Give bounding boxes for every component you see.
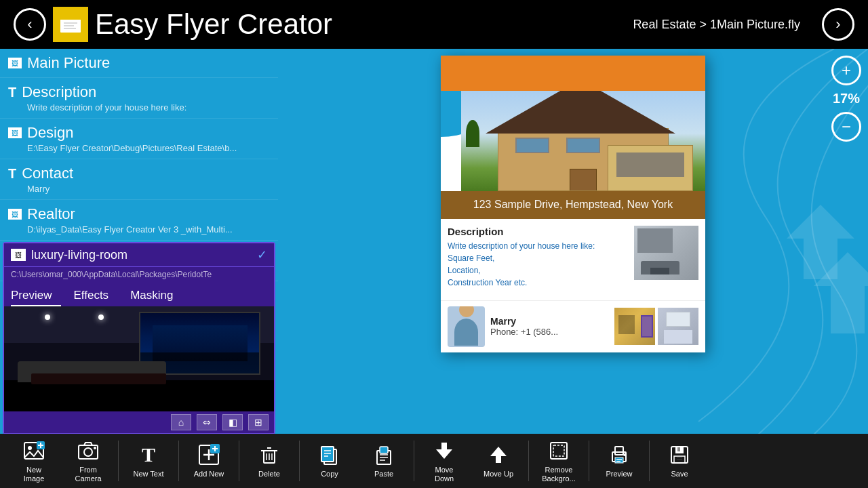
toolbar-separator-2 [178, 441, 179, 481]
image-type-icon2: 🖼 [8, 127, 22, 138]
toolbar-save-label: Save [671, 470, 688, 479]
toolbar-paste-label: Paste [374, 470, 393, 479]
picker-image-preview [4, 306, 274, 411]
picker-tabs: Preview Effects Masking [4, 282, 274, 306]
svg-point-47 [623, 453, 626, 456]
move-up-icon [486, 443, 511, 467]
save-icon [667, 443, 692, 467]
toolbar-save[interactable]: Save [652, 436, 707, 486]
remove-background-icon [547, 439, 571, 463]
room-thumb-2 [658, 308, 698, 345]
zoom-controls: + 17% − [831, 56, 861, 142]
flyer-header: Only $250,000 [441, 56, 705, 191]
toolbar-add-new[interactable]: Add New [182, 436, 236, 486]
avatar-head [459, 306, 474, 317]
app-title: Easy Flyer Creator [95, 8, 633, 41]
picker-header: 🖼 luxury-living-room ✓ [4, 243, 274, 267]
picker-tab-masking[interactable]: Masking [130, 286, 182, 306]
back-button[interactable]: ‹ [14, 8, 46, 41]
contact-avatar [448, 306, 485, 347]
toolbar-preview[interactable]: Preview [592, 436, 646, 486]
svg-marker-38 [436, 443, 452, 459]
picker-check-icon: ✓ [257, 247, 267, 262]
move-down-icon [432, 439, 456, 463]
preview-print-icon [607, 443, 631, 467]
svg-rect-44 [615, 458, 623, 463]
sidebar: 🖼 Main Picture T Description Write descr… [0, 49, 278, 434]
svg-rect-34 [380, 447, 388, 453]
flyer-description: Description Write description of your ho… [448, 226, 629, 293]
picker-tool-4[interactable]: ⊞ [248, 414, 269, 430]
toolbar-remove-background[interactable]: RemoveBackgro... [532, 436, 586, 486]
toolbar-move-down[interactable]: MoveDown [417, 436, 471, 486]
flyer-description-title: Description [448, 226, 629, 237]
sidebar-item-design[interactable]: 🖼 Design E:\Easy Flyer Creator\Debug\Pic… [0, 119, 278, 159]
svg-rect-43 [615, 447, 623, 455]
forward-button[interactable]: › [822, 8, 854, 41]
sidebar-item-main-picture[interactable]: 🖼 Main Picture [0, 49, 278, 78]
toolbar-new-text[interactable]: T New Text [121, 436, 176, 486]
toolbar-copy-label: Copy [321, 470, 338, 479]
sidebar-item-contact-subtitle: Marry [8, 184, 270, 194]
picker-image-icon: 🖼 [11, 249, 26, 261]
image-picker-panel: 🖼 luxury-living-room ✓ C:\Users\omar_000… [3, 242, 275, 434]
contact-phone: Phone: +1 (586... [490, 327, 558, 337]
toolbar-new-image-label: NewImage [24, 466, 45, 483]
new-image-icon [22, 439, 46, 463]
contact-name: Marry [490, 316, 558, 327]
svg-point-14 [84, 448, 92, 456]
header: ‹ Easy Flyer Creator Real Estate > 1Main… [0, 0, 868, 49]
breadcrumb: Real Estate > 1Main Picture.fly [633, 18, 800, 32]
living-room-scene [4, 306, 274, 411]
zoom-in-button[interactable]: + [831, 56, 861, 85]
text-type-icon: T [8, 85, 16, 100]
thumb-coffee-table [650, 268, 670, 274]
lr-rug [31, 373, 166, 384]
flyer-body: Description Write description of your ho… [441, 219, 705, 300]
toolbar-delete[interactable]: Delete [242, 436, 296, 486]
toolbar-preview-label: Preview [606, 470, 632, 479]
svg-marker-7 [787, 205, 854, 279]
toolbar-move-up[interactable]: Move Up [471, 436, 526, 486]
text-type-icon2: T [8, 166, 16, 182]
toolbar-new-image[interactable]: NewImage [7, 436, 61, 486]
toolbar-remove-bg-label: RemoveBackgro... [542, 466, 576, 483]
toolbar-paste[interactable]: Paste [357, 436, 411, 486]
toolbar-add-new-label: Add New [194, 470, 224, 479]
svg-rect-53 [677, 447, 680, 451]
svg-marker-39 [490, 447, 507, 463]
flyer-house-image [461, 76, 705, 191]
sidebar-item-contact[interactable]: T Contact Marry [0, 159, 278, 200]
sidebar-item-description[interactable]: T Description Write description of your … [0, 78, 278, 119]
toolbar-copy[interactable]: Copy [302, 436, 357, 486]
sidebar-item-realtor[interactable]: 🖼 Realtor D:\ilyas_Data\Easy Flyer Creat… [0, 200, 278, 241]
room-thumb-1 [614, 308, 655, 345]
paste-icon [372, 443, 396, 467]
svg-rect-2 [60, 16, 81, 20]
toolbar-separator-8 [649, 441, 650, 481]
avatar-body [454, 319, 478, 346]
toolbar-separator-5 [414, 441, 414, 481]
picker-tab-preview[interactable]: Preview [11, 286, 61, 306]
svg-rect-29 [321, 447, 334, 462]
picker-tool-3[interactable]: ◧ [222, 414, 243, 430]
flyer-description-text: Write description of your house here lik… [448, 240, 629, 289]
zoom-out-button[interactable]: − [831, 112, 861, 142]
picker-tab-effects[interactable]: Effects [73, 286, 118, 306]
flyer-room-thumbnails [614, 308, 698, 345]
toolbar-from-camera[interactable]: FromCamera [61, 436, 115, 486]
toolbar-separator-1 [118, 441, 119, 481]
copy-icon [317, 443, 342, 467]
flyer-footer: Marry Phone: +1 (586... [441, 300, 705, 352]
new-text-icon: T [136, 443, 161, 467]
picker-image-path: C:\Users\omar_000\AppData\Local\Packages… [4, 267, 274, 282]
toolbar-move-down-label: MoveDown [435, 466, 454, 483]
app-icon [53, 7, 88, 42]
sidebar-item-realtor-subtitle: D:\ilyas_Data\Easy Flyer Creator Ver 3 _… [8, 224, 270, 235]
toolbar-move-up-label: Move Up [484, 470, 513, 479]
picker-tool-2[interactable]: ⇔ [197, 414, 217, 430]
picker-image-name: luxury-living-room [31, 248, 257, 262]
image-type-icon: 🖼 [8, 58, 22, 68]
picker-tool-1[interactable]: ⌂ [171, 414, 191, 430]
toolbar-delete-label: Delete [258, 470, 280, 479]
